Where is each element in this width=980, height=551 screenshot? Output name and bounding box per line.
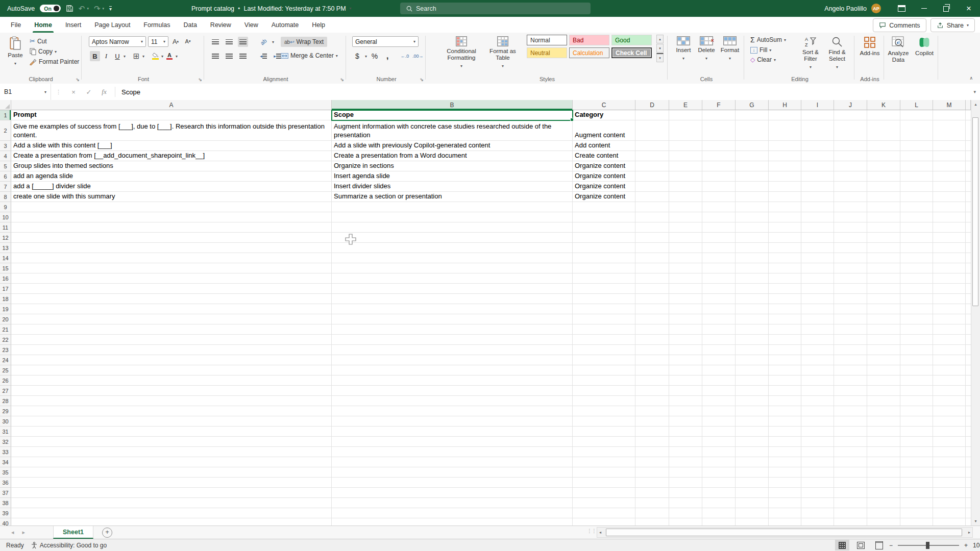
cell-F15[interactable] bbox=[702, 263, 736, 273]
cell-H8[interactable] bbox=[769, 192, 801, 202]
cell-J18[interactable] bbox=[834, 294, 867, 304]
cell-K10[interactable] bbox=[867, 212, 900, 222]
cell-G26[interactable] bbox=[736, 375, 769, 386]
cell-B17[interactable] bbox=[332, 284, 573, 294]
cell-M40[interactable] bbox=[933, 518, 966, 525]
cell-G4[interactable] bbox=[736, 151, 769, 161]
row-header-11[interactable]: 11 bbox=[0, 222, 11, 233]
cell-H4[interactable] bbox=[769, 151, 801, 161]
cell-H1[interactable] bbox=[769, 110, 801, 120]
row-header-24[interactable]: 24 bbox=[0, 355, 11, 365]
cell-M14[interactable] bbox=[933, 253, 966, 263]
cell-M10[interactable] bbox=[933, 212, 966, 222]
cell-E4[interactable] bbox=[669, 151, 702, 161]
cell-I10[interactable] bbox=[801, 212, 834, 222]
gallery-scroll-up-icon[interactable]: ▴ bbox=[656, 35, 664, 43]
cell-G29[interactable] bbox=[736, 406, 769, 416]
cell-L8[interactable] bbox=[900, 192, 933, 202]
column-header-E[interactable]: E bbox=[669, 100, 702, 110]
cell-C13[interactable] bbox=[573, 243, 635, 253]
cell-D23[interactable] bbox=[635, 345, 669, 355]
cell-L4[interactable] bbox=[900, 151, 933, 161]
cell-I39[interactable] bbox=[801, 508, 834, 518]
cell-M29[interactable] bbox=[933, 406, 966, 416]
tab-formulas[interactable]: Formulas bbox=[137, 17, 177, 33]
document-title[interactable]: Prompt catalog • Last Modified: Yesterda… bbox=[191, 0, 352, 17]
row-header-2[interactable]: 2 bbox=[0, 120, 11, 141]
cell-G2[interactable] bbox=[736, 120, 769, 141]
cell-D5[interactable] bbox=[635, 161, 669, 171]
cell-D20[interactable] bbox=[635, 314, 669, 324]
cell-H11[interactable] bbox=[769, 222, 801, 233]
cell-M24[interactable] bbox=[933, 355, 966, 365]
borders-button[interactable]: ⊞ bbox=[131, 51, 141, 61]
formula-bar-value[interactable]: Scope bbox=[118, 88, 140, 96]
cell-K21[interactable] bbox=[867, 324, 900, 335]
cell-E37[interactable] bbox=[669, 488, 702, 498]
user-name[interactable]: Angelo Paolillo bbox=[824, 5, 867, 12]
cell-L31[interactable] bbox=[900, 427, 933, 437]
cell-M1[interactable] bbox=[933, 110, 966, 120]
row-header-7[interactable]: 7 bbox=[0, 182, 11, 192]
percent-style-button[interactable]: % bbox=[370, 51, 380, 61]
collapse-ribbon-icon[interactable]: ∧ bbox=[969, 76, 973, 81]
cell-F4[interactable] bbox=[702, 151, 736, 161]
cell-F39[interactable] bbox=[702, 508, 736, 518]
cell-I13[interactable] bbox=[801, 243, 834, 253]
cell-M6[interactable] bbox=[933, 171, 966, 182]
tab-view[interactable]: View bbox=[238, 17, 265, 33]
cell-B19[interactable] bbox=[332, 304, 573, 314]
column-header-B[interactable]: B bbox=[332, 100, 573, 110]
cell-H15[interactable] bbox=[769, 263, 801, 273]
underline-dropdown-icon[interactable]: ▾ bbox=[124, 54, 126, 59]
cell-D21[interactable] bbox=[635, 324, 669, 335]
cell-M5[interactable] bbox=[933, 161, 966, 171]
cell-D29[interactable] bbox=[635, 406, 669, 416]
cell-A35[interactable] bbox=[11, 467, 332, 478]
cell-E24[interactable] bbox=[669, 355, 702, 365]
cell-B8[interactable]: Summarize a section or presentation bbox=[332, 192, 573, 202]
cell-I12[interactable] bbox=[801, 233, 834, 243]
cell-A24[interactable] bbox=[11, 355, 332, 365]
cell-B32[interactable] bbox=[332, 437, 573, 447]
cell-B1[interactable]: Scope bbox=[332, 110, 573, 120]
cell-K5[interactable] bbox=[867, 161, 900, 171]
cell-F33[interactable] bbox=[702, 447, 736, 457]
cell-G32[interactable] bbox=[736, 437, 769, 447]
cell-J40[interactable] bbox=[834, 518, 867, 525]
cell-J20[interactable] bbox=[834, 314, 867, 324]
cell-F18[interactable] bbox=[702, 294, 736, 304]
cell-L21[interactable] bbox=[900, 324, 933, 335]
cell-A26[interactable] bbox=[11, 375, 332, 386]
cell-E18[interactable] bbox=[669, 294, 702, 304]
zoom-slider-thumb[interactable] bbox=[926, 542, 929, 549]
cell-G9[interactable] bbox=[736, 202, 769, 212]
cell-F11[interactable] bbox=[702, 222, 736, 233]
cell-E34[interactable] bbox=[669, 457, 702, 467]
cell-J25[interactable] bbox=[834, 365, 867, 375]
gallery-expand-icon[interactable]: ▾ bbox=[656, 53, 664, 62]
cell-J23[interactable] bbox=[834, 345, 867, 355]
cell-D31[interactable] bbox=[635, 427, 669, 437]
font-color-dropdown-icon[interactable]: ▾ bbox=[176, 54, 178, 59]
cell-C27[interactable] bbox=[573, 386, 635, 396]
cell-J31[interactable] bbox=[834, 427, 867, 437]
column-header-K[interactable]: K bbox=[867, 100, 900, 110]
scroll-right-icon[interactable]: ▸ bbox=[966, 528, 972, 537]
row-header-12[interactable]: 12 bbox=[0, 233, 11, 243]
cell-J15[interactable] bbox=[834, 263, 867, 273]
format-painter-button[interactable]: Format Painter bbox=[30, 58, 79, 65]
row-header-39[interactable]: 39 bbox=[0, 508, 11, 518]
cell-D28[interactable] bbox=[635, 396, 669, 406]
close-button[interactable]: × bbox=[958, 0, 980, 17]
cell-B40[interactable] bbox=[332, 518, 573, 525]
cell-E21[interactable] bbox=[669, 324, 702, 335]
row-header-31[interactable]: 31 bbox=[0, 427, 11, 437]
column-header-F[interactable]: F bbox=[702, 100, 736, 110]
cell-E13[interactable] bbox=[669, 243, 702, 253]
cell-G15[interactable] bbox=[736, 263, 769, 273]
cell-D16[interactable] bbox=[635, 273, 669, 284]
name-box[interactable]: B1 ▾ bbox=[0, 84, 51, 100]
cell-D38[interactable] bbox=[635, 498, 669, 508]
cell-E7[interactable] bbox=[669, 182, 702, 192]
